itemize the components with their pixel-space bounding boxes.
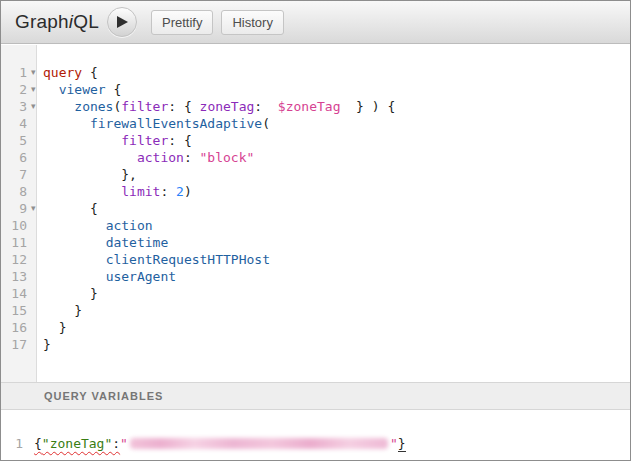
code-text: filter: { bbox=[43, 132, 192, 149]
fold-spacer bbox=[27, 268, 43, 285]
top-bar: GraphiQL Prettify History bbox=[1, 1, 630, 44]
code-text: viewer { bbox=[43, 81, 121, 98]
lint-error-underline: {"zoneTag": bbox=[34, 436, 120, 451]
line-number: 8 bbox=[1, 183, 27, 200]
code-line[interactable]: 14 } bbox=[1, 285, 630, 302]
fold-spacer bbox=[27, 149, 43, 166]
variables-line[interactable]: 1 {"zoneTag":""} bbox=[1, 435, 406, 452]
fold-arrow-icon[interactable]: ▾ bbox=[27, 64, 43, 81]
code-text: } bbox=[43, 302, 82, 319]
code-line[interactable]: 12 clientRequestHTTPHost bbox=[1, 251, 630, 268]
play-icon bbox=[115, 16, 128, 28]
code-line[interactable]: 15 } bbox=[1, 302, 630, 319]
line-number: 1 bbox=[1, 435, 23, 452]
execute-query-button[interactable] bbox=[107, 7, 137, 37]
line-number: 13 bbox=[1, 268, 27, 285]
code-text: clientRequestHTTPHost bbox=[43, 251, 270, 268]
line-number: 10 bbox=[1, 217, 27, 234]
redacted-zone-tag-value bbox=[130, 438, 388, 449]
code-text: }, bbox=[43, 166, 137, 183]
logo-text-graph: Graph bbox=[15, 11, 69, 32]
code-line[interactable]: 17} bbox=[1, 336, 630, 353]
fold-spacer bbox=[27, 251, 43, 268]
code-text: firewallEventsAdaptive( bbox=[43, 115, 270, 132]
code-line[interactable]: 13 userAgent bbox=[1, 268, 630, 285]
json-key-zonetag: "zoneTag" bbox=[42, 436, 112, 451]
close-brace: } bbox=[398, 436, 406, 452]
fold-spacer bbox=[27, 285, 43, 302]
logo-text-ql: QL bbox=[73, 11, 99, 32]
code-line[interactable]: 1▾query { bbox=[1, 64, 630, 81]
history-button[interactable]: History bbox=[221, 10, 283, 35]
code-text: query { bbox=[43, 64, 98, 81]
variables-editor[interactable]: 1 {"zoneTag":""} bbox=[1, 410, 630, 460]
variables-json: {"zoneTag":""} bbox=[23, 435, 406, 452]
fold-spacer bbox=[27, 166, 43, 183]
line-number: 14 bbox=[1, 285, 27, 302]
line-number: 11 bbox=[1, 234, 27, 251]
code-text: limit: 2) bbox=[43, 183, 192, 200]
code-line[interactable]: 5 filter: { bbox=[1, 132, 630, 149]
code-text: { bbox=[43, 200, 98, 217]
line-number: 15 bbox=[1, 302, 27, 319]
line-number: 2 bbox=[1, 81, 27, 98]
fold-arrow-icon[interactable]: ▾ bbox=[27, 81, 43, 98]
line-number: 16 bbox=[1, 319, 27, 336]
graphiql-window: GraphiQL Prettify History 1▾query {2▾ vi… bbox=[0, 0, 631, 461]
line-number: 5 bbox=[1, 132, 27, 149]
fold-arrow-icon[interactable]: ▾ bbox=[27, 200, 43, 217]
code-line[interactable]: 3▾ zones(filter: { zoneTag: $zoneTag } )… bbox=[1, 98, 630, 115]
fold-spacer bbox=[27, 115, 43, 132]
line-number: 4 bbox=[1, 115, 27, 132]
fold-spacer bbox=[27, 234, 43, 251]
code-line[interactable]: 9▾ { bbox=[1, 200, 630, 217]
code-text: zones(filter: { zoneTag: $zoneTag } ) { bbox=[43, 98, 395, 115]
colon: : bbox=[112, 436, 120, 451]
code-text: datetime bbox=[43, 234, 168, 251]
prettify-button[interactable]: Prettify bbox=[151, 10, 213, 35]
line-number: 3 bbox=[1, 98, 27, 115]
code-line[interactable]: 8 limit: 2) bbox=[1, 183, 630, 200]
line-number: 9 bbox=[1, 200, 27, 217]
line-number: 6 bbox=[1, 149, 27, 166]
fold-spacer bbox=[27, 217, 43, 234]
line-number: 1 bbox=[1, 64, 27, 81]
open-brace: { bbox=[34, 436, 42, 451]
code-line[interactable]: 7 }, bbox=[1, 166, 630, 183]
graphiql-logo: GraphiQL bbox=[15, 11, 99, 33]
code-lines: 1▾query {2▾ viewer {3▾ zones(filter: { z… bbox=[1, 64, 630, 353]
code-text: action bbox=[43, 217, 153, 234]
fold-spacer bbox=[27, 132, 43, 149]
code-line[interactable]: 2▾ viewer { bbox=[1, 81, 630, 98]
fold-spacer bbox=[27, 336, 43, 353]
value-close-quote: " bbox=[390, 436, 398, 451]
code-text: action: "block" bbox=[43, 149, 254, 166]
fold-arrow-icon[interactable]: ▾ bbox=[27, 98, 43, 115]
code-text: } bbox=[43, 319, 66, 336]
code-text: } bbox=[43, 285, 98, 302]
code-line[interactable]: 10 action bbox=[1, 217, 630, 234]
code-line[interactable]: 11 datetime bbox=[1, 234, 630, 251]
code-line[interactable]: 4 firewallEventsAdaptive( bbox=[1, 115, 630, 132]
query-variables-title: QUERY VARIABLES bbox=[44, 390, 163, 402]
query-editor[interactable]: 1▾query {2▾ viewer {3▾ zones(filter: { z… bbox=[1, 45, 630, 382]
code-text: } bbox=[43, 336, 51, 353]
line-number: 12 bbox=[1, 251, 27, 268]
fold-spacer bbox=[27, 183, 43, 200]
code-line[interactable]: 6 action: "block" bbox=[1, 149, 630, 166]
fold-spacer bbox=[27, 319, 43, 336]
code-text: userAgent bbox=[43, 268, 176, 285]
line-number: 17 bbox=[1, 336, 27, 353]
code-line[interactable]: 16 } bbox=[1, 319, 630, 336]
fold-spacer bbox=[27, 302, 43, 319]
line-number: 7 bbox=[1, 166, 27, 183]
value-open-quote: " bbox=[120, 436, 128, 451]
query-variables-bar[interactable]: QUERY VARIABLES bbox=[1, 382, 630, 410]
